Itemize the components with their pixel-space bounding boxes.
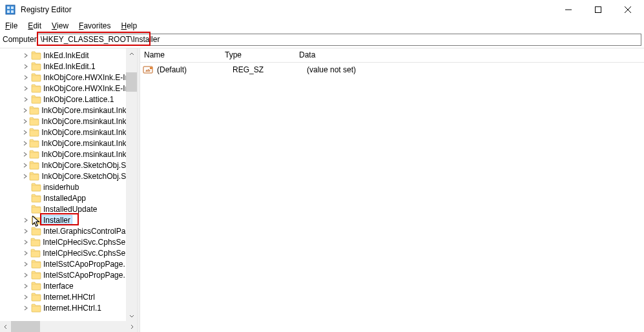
tree-item[interactable]: InkObjCore.msinkaut.InkCollector <box>0 105 137 116</box>
tree-item-label: InkObjCore.msinkaut.InkCollector <box>41 117 137 126</box>
chevron-right-icon[interactable] <box>21 75 31 80</box>
chevron-right-icon[interactable] <box>21 130 29 135</box>
address-input[interactable] <box>37 34 641 46</box>
scroll-up-button[interactable] <box>126 48 137 59</box>
folder-icon <box>29 161 39 170</box>
tree-item[interactable]: InkObjCore.msinkaut.InkCollector <box>0 138 137 149</box>
chevron-right-icon[interactable] <box>21 218 31 223</box>
chevron-right-icon[interactable] <box>21 53 31 58</box>
folder-icon <box>31 216 41 225</box>
folder-icon <box>29 172 39 181</box>
chevron-right-icon[interactable] <box>21 64 31 69</box>
value-type: REG_SZ <box>231 65 306 74</box>
tree-item-label: InkObjCore.SketchObj.SketchInk <box>41 161 137 170</box>
tree-item[interactable]: InkObjCore.SketchObj.SketchInk <box>0 171 137 182</box>
column-header-name[interactable]: Name <box>140 48 221 62</box>
folder-icon <box>29 128 39 137</box>
chevron-right-icon[interactable] <box>21 97 31 102</box>
chevron-right-icon[interactable] <box>21 295 31 300</box>
column-headers: Name Type Data <box>140 48 644 63</box>
chevron-right-icon[interactable] <box>21 306 31 311</box>
folder-icon <box>29 139 39 148</box>
tree-item[interactable]: Interface <box>0 280 137 291</box>
tree-item-label: insiderhub <box>43 183 79 192</box>
tree-item[interactable]: IntelSstCApoPropPage. <box>0 258 137 269</box>
value-row[interactable]: ab(Default)REG_SZ(value not set) <box>140 64 644 76</box>
tree-item-label: Interface <box>43 282 74 291</box>
folder-icon <box>31 51 41 60</box>
chevron-right-icon[interactable] <box>21 86 31 91</box>
tree-item[interactable]: InkObjCore.Lattice.1 <box>0 94 137 105</box>
tree-item-label: Installer <box>41 215 72 225</box>
tree-item[interactable]: Internet.HHCtrl <box>0 291 137 302</box>
close-button[interactable] <box>613 0 643 19</box>
menu-help[interactable]: Help <box>116 20 142 32</box>
chevron-right-icon[interactable] <box>21 163 29 168</box>
tree-item-label: Internet.HHCtrl <box>43 293 95 302</box>
chevron-right-icon[interactable] <box>21 229 31 234</box>
tree-item-label: InstalledUpdate <box>43 205 97 214</box>
tree-item-label: InkEd.InkEdit.1 <box>43 62 96 71</box>
folder-icon <box>30 238 41 247</box>
scroll-track[interactable] <box>126 59 137 310</box>
tree-pane[interactable]: InkEd.InkEditInkEd.InkEdit.1InkObjCore.H… <box>0 48 137 332</box>
chevron-right-icon[interactable] <box>21 174 29 179</box>
column-header-data[interactable]: Data <box>295 48 644 62</box>
menubar: File Edit View Favorites Help <box>0 19 644 32</box>
tree-item[interactable]: InstalledApp <box>0 192 137 203</box>
scroll-thumb[interactable] <box>126 72 137 92</box>
folder-icon <box>30 249 41 258</box>
menu-file[interactable]: File <box>3 20 23 32</box>
chevron-right-icon[interactable] <box>21 251 30 256</box>
tree-item[interactable]: IntelCpHeciSvc.CphsService <box>0 236 137 247</box>
folder-icon <box>31 183 41 192</box>
tree-item[interactable]: InkObjCore.SketchObj.SketchInk <box>0 160 137 171</box>
chevron-right-icon[interactable] <box>21 119 29 124</box>
chevron-right-icon[interactable] <box>21 273 31 278</box>
tree-item[interactable]: IntelSstCApoPropPage. <box>0 269 137 280</box>
tree-item-label: InkObjCore.msinkaut.InkCollector <box>41 106 137 115</box>
tree-item[interactable]: Internet.HHCtrl.1 <box>0 302 137 313</box>
chevron-right-icon[interactable] <box>21 108 29 113</box>
column-header-type[interactable]: Type <box>221 48 295 62</box>
chevron-right-icon[interactable] <box>21 141 29 146</box>
tree-vertical-scrollbar[interactable] <box>126 48 137 321</box>
menu-favorites[interactable]: Favorites <box>74 20 116 32</box>
maximize-button[interactable] <box>583 0 613 19</box>
menu-view[interactable]: View <box>47 20 74 32</box>
chevron-right-icon[interactable] <box>21 240 30 245</box>
scroll-thumb-h[interactable] <box>11 321 40 332</box>
tree-item[interactable]: InkEd.InkEdit <box>0 50 137 61</box>
folder-icon <box>31 84 41 93</box>
value-data: (value not set) <box>306 65 644 74</box>
tree-item-label: InkObjCore.msinkaut.InkCollector <box>41 128 137 137</box>
tree-item[interactable]: Intel.GraphicsControlPanel <box>0 225 137 236</box>
tree-item-label: Internet.HHCtrl.1 <box>43 304 101 313</box>
chevron-right-icon[interactable] <box>21 262 31 267</box>
scroll-left-button[interactable] <box>0 321 11 332</box>
tree-item[interactable]: Installer <box>0 214 137 225</box>
scroll-down-button[interactable] <box>126 310 137 321</box>
tree-item[interactable]: IntelCpHeciSvc.CphsService <box>0 247 137 258</box>
tree-item[interactable]: InkEd.InkEdit.1 <box>0 61 137 72</box>
tree-item[interactable]: insiderhub <box>0 182 137 192</box>
regedit-icon <box>5 5 16 15</box>
tree-item-label: InkObjCore.msinkaut.InkCollector <box>41 150 137 159</box>
tree-item[interactable]: InstalledUpdate <box>0 203 137 214</box>
scroll-track-h[interactable] <box>11 321 126 332</box>
tree-item[interactable]: InkObjCore.msinkaut.InkCollector <box>0 127 137 138</box>
folder-icon <box>31 227 41 236</box>
tree-item[interactable]: InkObjCore.msinkaut.InkCollector <box>0 116 137 127</box>
chevron-right-icon[interactable] <box>21 284 31 289</box>
scroll-right-button[interactable] <box>126 321 137 332</box>
values-pane[interactable]: Name Type Data ab(Default)REG_SZ(value n… <box>140 48 644 332</box>
tree-item[interactable]: InkObjCore.msinkaut.InkCollector <box>0 149 137 160</box>
minimize-button[interactable] <box>554 0 583 19</box>
tree-horizontal-scrollbar[interactable] <box>0 321 137 332</box>
tree-item-label: InkObjCore.SketchObj.SketchInk <box>41 172 137 181</box>
chevron-right-icon[interactable] <box>21 152 29 157</box>
menu-edit[interactable]: Edit <box>23 20 47 32</box>
tree-item-label: InkObjCore.msinkaut.InkCollector <box>41 139 137 148</box>
tree-item[interactable]: InkObjCore.HWXInk.E-Ink <box>0 72 137 83</box>
tree-item[interactable]: InkObjCore.HWXInk.E-Ink <box>0 83 137 94</box>
